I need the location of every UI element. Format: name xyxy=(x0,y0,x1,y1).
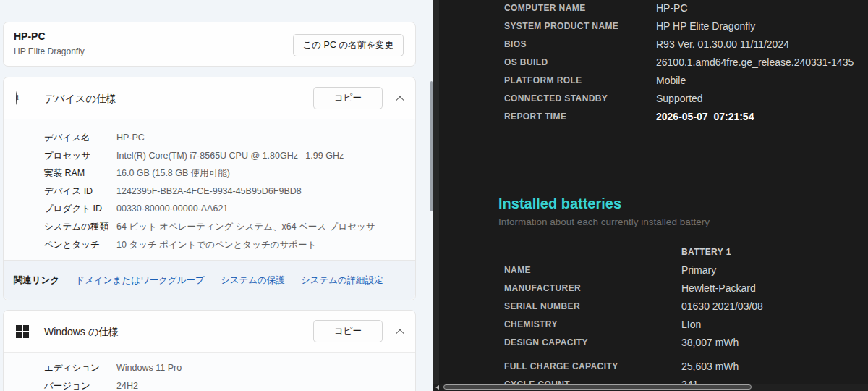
system-info-table: COMPUTER NAMEHP-PC SYSTEM PRODUCT NAMEHP… xyxy=(433,0,854,126)
table-row: CHEMISTRYLIon xyxy=(433,316,763,334)
table-row: BIOSR93 Ver. 01.30.00 11/11/2024 xyxy=(433,35,854,54)
battery-label: CHEMISTRY xyxy=(504,316,681,334)
spec-row: デバイス名HP-PC xyxy=(44,129,415,147)
spec-label: ペンとタッチ xyxy=(44,236,116,254)
spec-label: デバイス名 xyxy=(44,129,116,147)
device-name-card: HP-PC HP Elite Dragonfly この PC の名前を変更 xyxy=(3,22,416,67)
installed-batteries-subtitle: Information about each currently install… xyxy=(498,216,710,227)
windows-specs-header[interactable]: Windows の仕様 コピー xyxy=(4,311,415,352)
spec-value: Intel(R) Core(TM) i7-8565U CPU @ 1.80GHz… xyxy=(116,147,344,165)
battery-label: MANUFACTURER xyxy=(504,279,681,298)
table-row: SYSTEM PRODUCT NAMEHP HP Elite Dragonfly xyxy=(433,17,854,35)
spec-row: プロセッサIntel(R) Core(TM) i7-8565U CPU @ 1.… xyxy=(44,147,415,165)
table-row: NAMEPrimary xyxy=(433,261,763,279)
copy-device-specs-button[interactable]: コピー xyxy=(313,87,383,109)
info-value: HP-PC xyxy=(656,0,688,17)
table-row: REPORT TIME2026-05-07 07:21:54 xyxy=(433,108,854,126)
spec-label: プロダクト ID xyxy=(44,200,116,218)
installed-batteries-heading: Installed batteries xyxy=(498,196,621,212)
spec-value: 00330-80000-00000-AA621 xyxy=(116,200,228,218)
info-value: Supported xyxy=(656,90,703,108)
info-value: Mobile xyxy=(656,72,686,90)
spec-label: デバイス ID xyxy=(44,182,116,201)
report-time-value: 2026-05-07 07:21:54 xyxy=(656,108,754,126)
info-label: COMPUTER NAME xyxy=(504,0,656,17)
spec-value: 24H2 xyxy=(116,377,138,391)
info-label: OS BUILD xyxy=(504,54,656,72)
battery-value: LIon xyxy=(681,316,701,334)
rename-pc-button[interactable]: この PC の名前を変更 xyxy=(293,34,404,56)
spec-value: 16.0 GB (15.8 GB 使用可能) xyxy=(116,164,230,182)
related-links-label: 関連リンク xyxy=(14,274,59,287)
battery-value: 01630 2021/03/08 xyxy=(681,298,763,316)
battery-column-header: BATTERY 1 xyxy=(681,243,731,261)
device-specs-header[interactable]: デバイスの仕様 コピー xyxy=(4,77,415,119)
info-value: HP HP Elite Dragonfly xyxy=(656,17,755,35)
windows-specs-content: エディションWindows 11 Pro バージョン24H2 xyxy=(4,352,415,391)
spec-value: HP-PC xyxy=(116,129,145,147)
table-row: SERIAL NUMBER01630 2021/03/08 xyxy=(433,298,763,316)
spec-row: デバイス ID1242395F-BB2A-4FCE-9934-45B95D6F9… xyxy=(44,182,415,201)
device-specs-card: デバイスの仕様 コピー デバイス名HP-PC プロセッサIntel(R) Cor… xyxy=(3,77,416,300)
info-value: R93 Ver. 01.30.00 11/11/2024 xyxy=(656,35,789,54)
info-label: CONNECTED STANDBY xyxy=(504,90,656,108)
info-label: REPORT TIME xyxy=(504,108,656,126)
device-specs-title: デバイスの仕様 xyxy=(44,93,116,106)
windows-specs-card: Windows の仕様 コピー エディションWindows 11 Pro バージ… xyxy=(3,310,416,391)
battery-report-page: COMPUTER NAMEHP-PC SYSTEM PRODUCT NAMEHP… xyxy=(433,0,868,391)
chevron-up-icon xyxy=(396,96,404,104)
battery-value: 38,007 mWh xyxy=(681,334,739,352)
battery-label: DESIGN CAPACITY xyxy=(504,334,681,352)
link-advanced-system-settings[interactable]: システムの詳細設定 xyxy=(301,274,383,287)
table-row: DESIGN CAPACITY38,007 mWh xyxy=(433,334,763,352)
spec-row: ペンとタッチ10 タッチ ポイントでのペンとタッチのサポート xyxy=(44,236,415,254)
spec-row: プロダクト ID00330-80000-00000-AA621 xyxy=(44,200,415,218)
battery-label: SERIAL NUMBER xyxy=(504,298,681,316)
scroll-left-arrow-icon[interactable] xyxy=(435,385,439,390)
chevron-up-icon xyxy=(396,329,404,337)
battery-value: Hewlett-Packard xyxy=(681,279,756,298)
battery-label: NAME xyxy=(504,261,681,279)
table-row: OS BUILD26100.1.amd64fre.ge_release.2403… xyxy=(433,54,854,72)
spec-label: システムの種類 xyxy=(44,218,116,236)
battery-table: BATTERY 1 NAMEPrimary MANUFACTURERHewlet… xyxy=(433,243,763,391)
windows-specs-title: Windows の仕様 xyxy=(44,326,119,339)
spec-label: プロセッサ xyxy=(44,147,116,165)
spec-row: 実装 RAM16.0 GB (15.8 GB 使用可能) xyxy=(44,164,415,182)
table-row: BATTERY 1 xyxy=(433,243,763,261)
related-links-row: 関連リンク ドメインまたはワークグループ システムの保護 システムの詳細設定 xyxy=(4,260,415,300)
device-specs-content: デバイス名HP-PC プロセッサIntel(R) Core(TM) i7-856… xyxy=(4,119,415,261)
copy-windows-specs-button[interactable]: コピー xyxy=(313,320,383,342)
collapse-device-specs-button[interactable] xyxy=(393,93,407,106)
spec-label: 実装 RAM xyxy=(44,164,116,182)
info-label: SYSTEM PRODUCT NAME xyxy=(504,17,656,35)
spec-label: エディション xyxy=(44,359,116,377)
windows-logo-icon xyxy=(16,325,28,337)
spec-row: システムの種類64 ビット オペレーティング システム、x64 ベース プロセッ… xyxy=(44,218,415,236)
horizontal-scrollbar-thumb[interactable] xyxy=(443,384,752,390)
link-domain-or-workgroup[interactable]: ドメインまたはワークグループ xyxy=(75,274,205,287)
table-row: MANUFACTURERHewlett-Packard xyxy=(433,279,763,298)
spec-row: バージョン24H2 xyxy=(44,377,415,391)
link-system-protection[interactable]: システムの保護 xyxy=(221,274,285,287)
info-label: BIOS xyxy=(504,35,656,54)
info-icon xyxy=(16,91,17,105)
table-row: COMPUTER NAMEHP-PC xyxy=(433,0,854,17)
info-label: PLATFORM ROLE xyxy=(504,72,656,90)
battery-value: Primary xyxy=(681,261,716,279)
spec-value: 64 ビット オペレーティング システム、x64 ベース プロセッサ xyxy=(116,218,375,236)
spec-value: 10 タッチ ポイントでのペンとタッチのサポート xyxy=(116,236,316,254)
device-model: HP Elite Dragonfly xyxy=(14,46,85,56)
spec-value: Windows 11 Pro xyxy=(116,359,182,377)
table-row: PLATFORM ROLEMobile xyxy=(433,72,854,90)
collapse-windows-specs-button[interactable] xyxy=(393,326,407,339)
settings-about-page: HP-PC HP Elite Dragonfly この PC の名前を変更 デバ… xyxy=(0,0,433,391)
device-name: HP-PC xyxy=(14,30,46,42)
horizontal-scrollbar[interactable] xyxy=(433,384,868,391)
spec-label: バージョン xyxy=(44,377,116,391)
spec-value: 1242395F-BB2A-4FCE-9934-45B95D6F9BD8 xyxy=(116,182,302,201)
info-value: 26100.1.amd64fre.ge_release.240331-1435 xyxy=(656,54,854,72)
table-row: FULL CHARGE CAPACITY25,603 mWh xyxy=(433,358,763,376)
battery-label: FULL CHARGE CAPACITY xyxy=(504,358,681,376)
spec-row: エディションWindows 11 Pro xyxy=(44,359,415,377)
